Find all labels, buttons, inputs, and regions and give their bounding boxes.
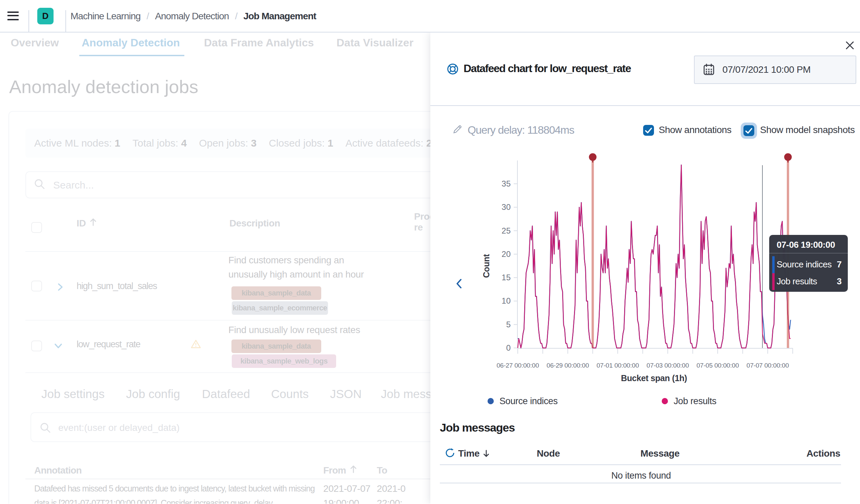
- svg-text:25: 25: [502, 226, 511, 235]
- svg-text:15: 15: [502, 273, 511, 282]
- svg-text:Bucket span (1h): Bucket span (1h): [621, 373, 687, 383]
- svg-text:Job results: Job results: [674, 396, 716, 406]
- svg-text:5: 5: [506, 320, 511, 329]
- svg-text:35: 35: [502, 179, 511, 188]
- svg-text:07-03 00:00:00: 07-03 00:00:00: [646, 362, 689, 369]
- svg-text:20: 20: [502, 250, 511, 258]
- svg-text:30: 30: [502, 203, 511, 211]
- svg-text:Count: Count: [482, 254, 491, 278]
- svg-text:07-05 00:00:00: 07-05 00:00:00: [696, 362, 739, 369]
- svg-text:10: 10: [502, 296, 511, 305]
- svg-text:Source indices: Source indices: [500, 396, 558, 406]
- svg-text:06-27 00:00:00: 06-27 00:00:00: [497, 362, 539, 369]
- svg-text:07-01 00:00:00: 07-01 00:00:00: [597, 362, 639, 369]
- svg-text:06-29 00:00:00: 06-29 00:00:00: [547, 362, 589, 369]
- svg-text:07-07 00:00:00: 07-07 00:00:00: [746, 362, 789, 369]
- svg-text:0: 0: [506, 343, 511, 352]
